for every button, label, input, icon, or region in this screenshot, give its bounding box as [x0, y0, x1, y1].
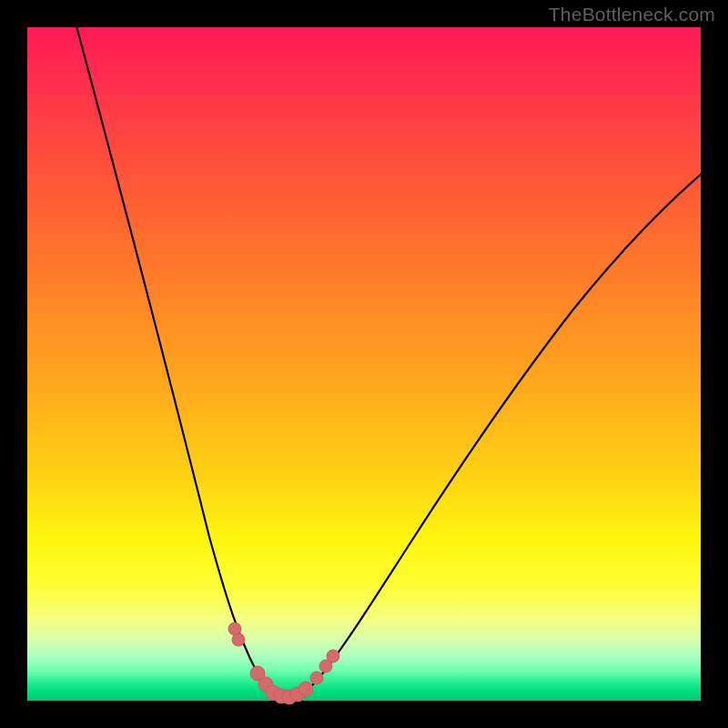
svg-point-9	[310, 672, 323, 684]
marker-band	[228, 622, 339, 704]
svg-point-1	[232, 633, 245, 646]
watermark-text: TheBottleneck.com	[549, 4, 715, 25]
svg-point-8	[298, 682, 313, 696]
curve-svg	[27, 27, 701, 701]
svg-point-11	[327, 650, 339, 662]
bottleneck-curve	[76, 23, 703, 698]
chart-frame: TheBottleneck.com	[0, 0, 728, 728]
plot-area	[27, 27, 701, 701]
